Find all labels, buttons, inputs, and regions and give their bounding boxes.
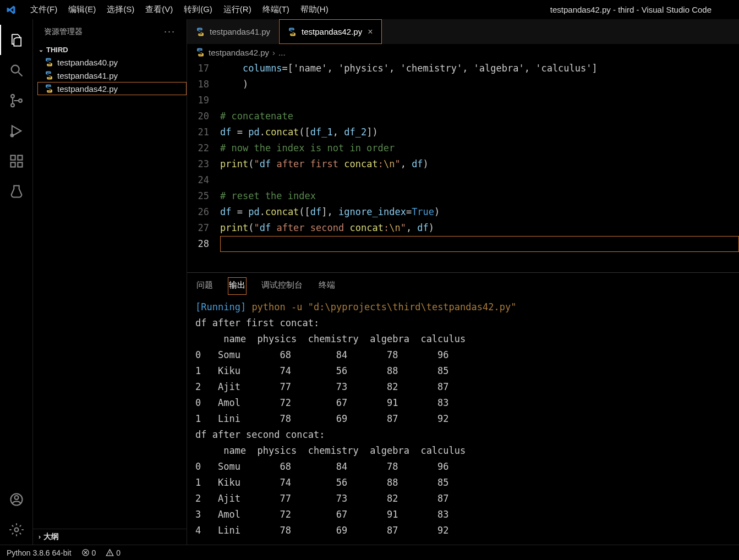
- breadcrumb[interactable]: testpandas42.py › ...: [187, 44, 739, 61]
- svg-point-11: [14, 528, 18, 531]
- menubar: 文件(F) 编辑(E) 选择(S) 查看(V) 转到(G) 运行(R) 终端(T…: [25, 2, 550, 17]
- activity-bar: [0, 19, 33, 545]
- svg-point-2: [11, 103, 14, 107]
- activity-run-debug[interactable]: [0, 116, 33, 146]
- close-icon[interactable]: ×: [368, 27, 373, 37]
- vscode-logo-icon: [6, 4, 17, 15]
- chevron-right-icon: ›: [272, 48, 275, 57]
- sidebar-header: 资源管理器 ···: [33, 19, 187, 44]
- outline-header[interactable]: › 大纲: [33, 529, 187, 545]
- svg-point-1: [11, 94, 14, 97]
- bottom-panel: 问题 输出 调试控制台 终端 [Running] python -u "d:\p…: [187, 272, 739, 545]
- editor-tab[interactable]: testpandas41.py: [187, 19, 279, 44]
- menu-select[interactable]: 选择(S): [101, 2, 140, 17]
- python-file-icon: [44, 70, 54, 80]
- outline-label: 大纲: [43, 532, 59, 542]
- tab-label: testpandas41.py: [210, 27, 270, 36]
- code-content[interactable]: columns=['name', 'physics', 'chemistry',…: [220, 61, 739, 272]
- status-warnings[interactable]: 0: [106, 548, 121, 557]
- titlebar: 文件(F) 编辑(E) 选择(S) 查看(V) 转到(G) 运行(R) 终端(T…: [0, 0, 739, 19]
- more-icon[interactable]: ···: [164, 26, 176, 37]
- menu-help[interactable]: 帮助(H): [295, 2, 334, 17]
- sidebar: 资源管理器 ··· ⌄ THIRD testpandas40.py testpa…: [33, 19, 187, 545]
- svg-rect-6: [10, 162, 15, 167]
- python-file-icon: [287, 27, 297, 37]
- panel-tabs: 问题 输出 调试控制台 终端: [187, 273, 739, 295]
- error-count: 0: [92, 548, 96, 557]
- breadcrumb-rest: ...: [278, 48, 286, 57]
- file-item[interactable]: testpandas41.py: [37, 69, 187, 82]
- folder-name: THIRD: [46, 46, 68, 54]
- output-content[interactable]: [Running] python -u "d:\pyprojects\third…: [187, 295, 739, 545]
- activity-search[interactable]: [0, 55, 33, 85]
- status-python[interactable]: Python 3.8.6 64-bit: [7, 548, 72, 557]
- activity-settings[interactable]: [0, 514, 33, 545]
- file-name: testpandas42.py: [57, 84, 118, 94]
- svg-rect-7: [18, 162, 22, 167]
- svg-point-0: [11, 65, 19, 73]
- tab-label: testpandas42.py: [302, 27, 362, 36]
- status-errors[interactable]: 0: [81, 548, 96, 557]
- python-file-icon: [195, 27, 205, 37]
- code-editor[interactable]: 171819202122232425262728 columns=['name'…: [187, 61, 739, 272]
- file-item[interactable]: testpandas40.py: [37, 56, 187, 69]
- python-file-icon: [44, 84, 54, 94]
- file-name: testpandas41.py: [57, 71, 118, 80]
- menu-file[interactable]: 文件(F): [25, 2, 63, 17]
- menu-edit[interactable]: 编辑(E): [63, 2, 101, 17]
- activity-account[interactable]: [0, 484, 33, 514]
- svg-rect-5: [10, 155, 15, 160]
- svg-point-3: [19, 99, 22, 102]
- activity-extensions[interactable]: [0, 146, 33, 176]
- file-item[interactable]: testpandas42.py: [37, 82, 187, 95]
- activity-source-control[interactable]: [0, 85, 33, 116]
- python-file-icon: [195, 47, 205, 57]
- menu-goto[interactable]: 转到(G): [178, 2, 218, 17]
- panel-tab-problems[interactable]: 问题: [195, 277, 214, 295]
- editor-tabs: testpandas41.py testpandas42.py ×: [187, 19, 739, 44]
- activity-explorer[interactable]: [0, 25, 33, 55]
- panel-tab-output[interactable]: 输出: [228, 277, 247, 295]
- editor-tab[interactable]: testpandas42.py ×: [279, 19, 381, 44]
- svg-rect-8: [18, 155, 22, 160]
- chevron-right-icon: ›: [39, 533, 41, 541]
- menu-run[interactable]: 运行(R): [218, 2, 257, 17]
- window-title: testpandas42.py - third - Visual Studio …: [550, 5, 711, 14]
- warning-count: 0: [116, 548, 121, 557]
- panel-tab-terminal[interactable]: 终端: [318, 277, 336, 295]
- chevron-down-icon: ⌄: [39, 46, 43, 53]
- editor-region: testpandas41.py testpandas42.py × testpa…: [187, 19, 739, 545]
- file-name: testpandas40.py: [57, 58, 118, 67]
- sidebar-title: 资源管理器: [44, 27, 83, 37]
- line-gutter: 171819202122232425262728: [187, 61, 220, 272]
- menu-terminal[interactable]: 终端(T): [257, 2, 295, 17]
- svg-point-10: [14, 496, 18, 499]
- file-list: testpandas40.py testpandas41.py testpand…: [33, 56, 187, 95]
- statusbar: Python 3.8.6 64-bit 0 0: [0, 545, 739, 560]
- menu-view[interactable]: 查看(V): [140, 2, 178, 17]
- panel-tab-debug[interactable]: 调试控制台: [260, 277, 304, 295]
- activity-testing[interactable]: [0, 176, 33, 206]
- folder-header[interactable]: ⌄ THIRD: [33, 44, 187, 56]
- breadcrumb-file: testpandas42.py: [209, 48, 269, 57]
- python-file-icon: [44, 57, 54, 67]
